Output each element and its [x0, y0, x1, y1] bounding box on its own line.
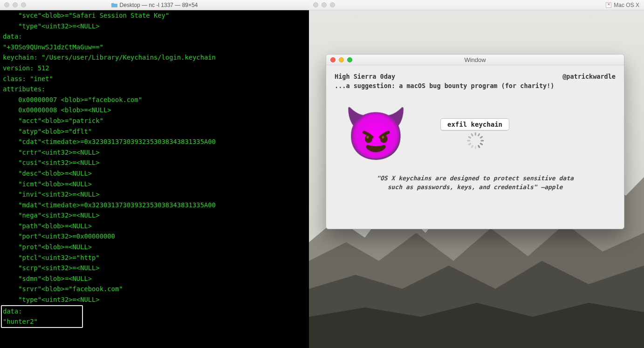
- close-icon[interactable]: [4, 2, 9, 7]
- os-label-text: Mac OS X: [614, 2, 639, 8]
- menu-edit[interactable]: Edit: [393, 27, 403, 34]
- playback-segment[interactable]: [314, 13, 341, 23]
- step-button[interactable]: [327, 13, 340, 22]
- menu-help[interactable]: Help: [487, 27, 500, 34]
- minimize-icon[interactable]: [13, 2, 18, 7]
- devil-emoji-icon: 😈: [344, 108, 408, 159]
- footer-quote: "OS X keychains are designed to protect …: [335, 174, 616, 192]
- pause-button[interactable]: [314, 13, 327, 22]
- close-icon[interactable]: [313, 2, 318, 7]
- svg-rect-2: [321, 16, 322, 20]
- terminal-titlebar[interactable]: Desktop — nc -l 1337 — 89×54: [0, 0, 309, 10]
- forward-button[interactable]: [372, 13, 385, 22]
- folder-icon: [111, 2, 117, 7]
- loading-spinner-icon: [469, 137, 481, 149]
- terminal-output[interactable]: "svce"<blob>="Safari Session State Key" …: [0, 10, 309, 348]
- terminal-traffic-lights[interactable]: [4, 2, 26, 7]
- menu-format[interactable]: Format: [411, 27, 430, 34]
- app-titlebar[interactable]: Window: [326, 55, 624, 65]
- app-window[interactable]: Window High Sierra 0day @patrickwardle .…: [326, 54, 624, 229]
- svg-rect-1: [319, 16, 320, 20]
- background-window-titlebar[interactable]: Mac OS X: [309, 0, 644, 10]
- heading-text: High Sierra 0day: [335, 73, 395, 80]
- svg-rect-3: [332, 16, 333, 20]
- terminal-window: Desktop — nc -l 1337 — 89×54 "svce"<blob…: [0, 0, 309, 348]
- terminal-title-text: Desktop — nc -l 1337 — 89×54: [120, 2, 198, 8]
- svg-rect-4: [333, 16, 334, 20]
- macos-x-icon: [606, 2, 611, 8]
- terminal-lines: "svce"<blob>="Safari Session State Key" …: [3, 12, 216, 303]
- menubar-app-name[interactable]: keychainStealer: [322, 27, 368, 34]
- bg-traffic-lights[interactable]: [313, 2, 335, 7]
- zoom-icon[interactable]: [21, 2, 26, 7]
- terminal-highlighted-block: data: "hunter2": [1, 305, 83, 328]
- quote-line-1: "OS X keychains are designed to protect …: [348, 174, 603, 183]
- tools-segment[interactable]: [358, 13, 385, 23]
- menu-file[interactable]: File: [376, 27, 385, 34]
- subheading-text: ...a suggestion: a macOS bug bounty prog…: [335, 82, 616, 89]
- os-label: Mac OS X: [606, 2, 639, 8]
- menu-view[interactable]: View: [438, 27, 451, 34]
- zoom-icon[interactable]: [330, 2, 335, 7]
- app-window-title: Window: [326, 56, 624, 63]
- terminal-data-label: data:: [3, 307, 80, 315]
- author-handle: @patrickwardle: [562, 73, 616, 80]
- background-toolbar: [309, 10, 644, 25]
- menubar[interactable]: keychainStealer File Edit Format View Wi…: [309, 25, 644, 36]
- terminal-password-value: "hunter2": [3, 318, 80, 325]
- minimize-icon[interactable]: [322, 2, 327, 7]
- quote-line-2: such as passwords, keys, and credentials…: [348, 183, 603, 192]
- tools-button[interactable]: [359, 13, 372, 22]
- exfil-keychain-button[interactable]: exfil keychain: [440, 118, 509, 130]
- menu-window[interactable]: Window: [458, 27, 480, 34]
